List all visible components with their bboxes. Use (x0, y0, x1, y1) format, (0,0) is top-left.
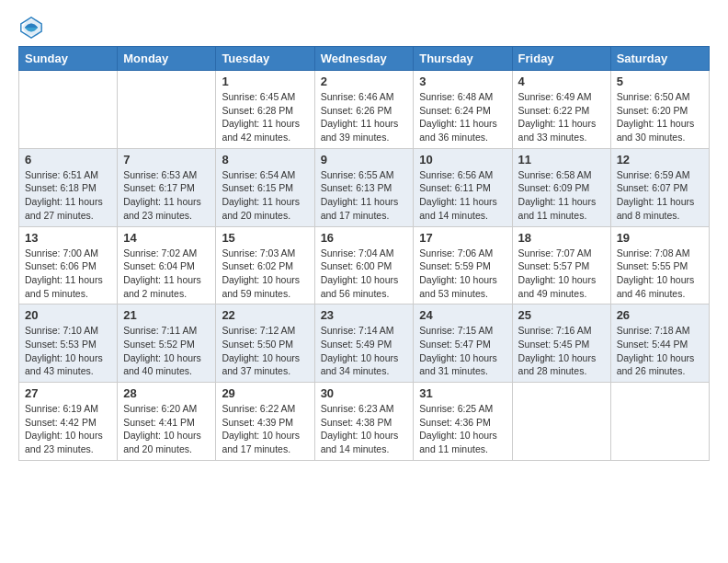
day-number: 7 (123, 153, 210, 167)
weekday-header-row: SundayMondayTuesdayWednesdayThursdayFrid… (19, 47, 710, 71)
calendar-cell: 10Sunrise: 6:56 AMSunset: 6:11 PMDayligh… (414, 148, 512, 226)
calendar-cell: 20Sunrise: 7:10 AMSunset: 5:53 PMDayligh… (19, 304, 118, 383)
day-number: 27 (25, 386, 111, 400)
calendar-cell: 16Sunrise: 7:04 AMSunset: 6:00 PMDayligh… (314, 226, 414, 304)
day-number: 23 (321, 308, 408, 322)
header (18, 15, 710, 40)
calendar-week-row: 20Sunrise: 7:10 AMSunset: 5:53 PMDayligh… (19, 304, 710, 383)
calendar-week-row: 6Sunrise: 6:51 AMSunset: 6:18 PMDaylight… (19, 148, 710, 226)
day-number: 20 (25, 308, 111, 322)
calendar-cell: 5Sunrise: 6:50 AMSunset: 6:20 PMDaylight… (610, 71, 709, 149)
calendar-cell (118, 71, 216, 149)
page: SundayMondayTuesdayWednesdayThursdayFrid… (0, 0, 728, 476)
calendar-cell: 1Sunrise: 6:45 AMSunset: 6:28 PMDaylight… (216, 71, 314, 149)
day-number: 18 (518, 231, 605, 245)
day-info: Sunrise: 6:48 AMSunset: 6:24 PMDaylight:… (419, 90, 506, 144)
calendar-cell: 14Sunrise: 7:02 AMSunset: 6:04 PMDayligh… (118, 226, 216, 304)
calendar-cell: 21Sunrise: 7:11 AMSunset: 5:52 PMDayligh… (118, 304, 216, 383)
calendar-week-row: 13Sunrise: 7:00 AMSunset: 6:06 PMDayligh… (19, 226, 710, 304)
calendar-cell: 29Sunrise: 6:22 AMSunset: 4:39 PMDayligh… (216, 383, 314, 461)
day-number: 19 (617, 231, 703, 245)
day-number: 14 (123, 231, 210, 245)
day-number: 25 (518, 308, 605, 322)
day-number: 3 (419, 75, 506, 88)
day-number: 2 (321, 75, 408, 88)
day-number: 12 (617, 153, 703, 167)
calendar-cell: 26Sunrise: 7:18 AMSunset: 5:44 PMDayligh… (610, 304, 709, 383)
calendar-cell: 22Sunrise: 7:12 AMSunset: 5:50 PMDayligh… (216, 304, 314, 383)
weekday-header-saturday: Saturday (610, 47, 709, 71)
calendar-cell: 6Sunrise: 6:51 AMSunset: 6:18 PMDaylight… (19, 148, 118, 226)
weekday-header-tuesday: Tuesday (216, 47, 314, 71)
day-number: 6 (25, 153, 111, 167)
day-number: 21 (123, 308, 210, 322)
weekday-header-monday: Monday (118, 47, 216, 71)
day-info: Sunrise: 7:06 AMSunset: 5:59 PMDaylight:… (419, 247, 506, 301)
calendar-table: SundayMondayTuesdayWednesdayThursdayFrid… (18, 46, 710, 461)
weekday-header-friday: Friday (512, 47, 610, 71)
day-info: Sunrise: 7:04 AMSunset: 6:00 PMDaylight:… (321, 247, 408, 301)
calendar-cell: 17Sunrise: 7:06 AMSunset: 5:59 PMDayligh… (414, 226, 512, 304)
calendar-week-row: 1Sunrise: 6:45 AMSunset: 6:28 PMDaylight… (19, 71, 710, 149)
calendar-cell: 23Sunrise: 7:14 AMSunset: 5:49 PMDayligh… (314, 304, 414, 383)
day-info: Sunrise: 6:50 AMSunset: 6:20 PMDaylight:… (617, 90, 703, 144)
day-number: 11 (518, 153, 605, 167)
day-number: 31 (419, 386, 506, 400)
day-number: 24 (419, 308, 506, 322)
day-number: 8 (222, 153, 308, 167)
calendar-cell: 28Sunrise: 6:20 AMSunset: 4:41 PMDayligh… (118, 383, 216, 461)
calendar-cell: 31Sunrise: 6:25 AMSunset: 4:36 PMDayligh… (414, 383, 512, 461)
weekday-header-wednesday: Wednesday (314, 47, 414, 71)
day-number: 30 (321, 386, 408, 400)
day-info: Sunrise: 6:55 AMSunset: 6:13 PMDaylight:… (321, 168, 408, 223)
day-info: Sunrise: 7:03 AMSunset: 6:02 PMDaylight:… (222, 247, 308, 301)
day-number: 4 (518, 75, 605, 88)
day-info: Sunrise: 6:25 AMSunset: 4:36 PMDaylight:… (419, 402, 506, 456)
day-number: 22 (222, 308, 308, 322)
day-info: Sunrise: 6:56 AMSunset: 6:11 PMDaylight:… (419, 168, 506, 223)
calendar-cell: 3Sunrise: 6:48 AMSunset: 6:24 PMDaylight… (414, 71, 512, 149)
day-info: Sunrise: 7:18 AMSunset: 5:44 PMDaylight:… (617, 324, 703, 378)
day-info: Sunrise: 6:45 AMSunset: 6:28 PMDaylight:… (222, 90, 308, 144)
day-number: 9 (321, 153, 408, 167)
day-info: Sunrise: 7:15 AMSunset: 5:47 PMDaylight:… (419, 324, 506, 378)
weekday-header-thursday: Thursday (414, 47, 512, 71)
calendar-week-row: 27Sunrise: 6:19 AMSunset: 4:42 PMDayligh… (19, 383, 710, 461)
day-info: Sunrise: 7:08 AMSunset: 5:55 PMDaylight:… (617, 247, 703, 301)
day-number: 28 (123, 386, 210, 400)
day-info: Sunrise: 6:20 AMSunset: 4:41 PMDaylight:… (123, 402, 210, 456)
day-number: 29 (222, 386, 308, 400)
calendar-cell: 12Sunrise: 6:59 AMSunset: 6:07 PMDayligh… (610, 148, 709, 226)
calendar-cell: 8Sunrise: 6:54 AMSunset: 6:15 PMDaylight… (216, 148, 314, 226)
calendar-cell: 25Sunrise: 7:16 AMSunset: 5:45 PMDayligh… (512, 304, 610, 383)
logo (18, 15, 48, 40)
calendar-cell: 19Sunrise: 7:08 AMSunset: 5:55 PMDayligh… (610, 226, 709, 304)
calendar-cell: 27Sunrise: 6:19 AMSunset: 4:42 PMDayligh… (19, 383, 118, 461)
calendar-cell: 15Sunrise: 7:03 AMSunset: 6:02 PMDayligh… (216, 226, 314, 304)
day-info: Sunrise: 6:49 AMSunset: 6:22 PMDaylight:… (518, 90, 605, 144)
day-info: Sunrise: 7:12 AMSunset: 5:50 PMDaylight:… (222, 324, 308, 378)
day-info: Sunrise: 6:23 AMSunset: 4:38 PMDaylight:… (321, 402, 408, 456)
logo-icon (18, 15, 44, 40)
day-number: 5 (617, 75, 703, 88)
day-info: Sunrise: 6:19 AMSunset: 4:42 PMDaylight:… (25, 402, 111, 456)
day-info: Sunrise: 7:07 AMSunset: 5:57 PMDaylight:… (518, 247, 605, 301)
day-number: 10 (419, 153, 506, 167)
day-info: Sunrise: 6:53 AMSunset: 6:17 PMDaylight:… (123, 168, 210, 223)
calendar-cell: 4Sunrise: 6:49 AMSunset: 6:22 PMDaylight… (512, 71, 610, 149)
day-number: 16 (321, 231, 408, 245)
calendar-cell: 30Sunrise: 6:23 AMSunset: 4:38 PMDayligh… (314, 383, 414, 461)
day-info: Sunrise: 6:46 AMSunset: 6:26 PMDaylight:… (321, 90, 408, 144)
calendar-cell (19, 71, 118, 149)
day-number: 1 (222, 75, 308, 88)
calendar-cell: 13Sunrise: 7:00 AMSunset: 6:06 PMDayligh… (19, 226, 118, 304)
calendar-cell: 11Sunrise: 6:58 AMSunset: 6:09 PMDayligh… (512, 148, 610, 226)
day-info: Sunrise: 7:11 AMSunset: 5:52 PMDaylight:… (123, 324, 210, 378)
calendar-cell (512, 383, 610, 461)
calendar-cell: 7Sunrise: 6:53 AMSunset: 6:17 PMDaylight… (118, 148, 216, 226)
calendar-cell: 24Sunrise: 7:15 AMSunset: 5:47 PMDayligh… (414, 304, 512, 383)
day-number: 26 (617, 308, 703, 322)
day-info: Sunrise: 7:10 AMSunset: 5:53 PMDaylight:… (25, 324, 111, 378)
day-info: Sunrise: 6:59 AMSunset: 6:07 PMDaylight:… (617, 168, 703, 223)
calendar-cell: 2Sunrise: 6:46 AMSunset: 6:26 PMDaylight… (314, 71, 414, 149)
